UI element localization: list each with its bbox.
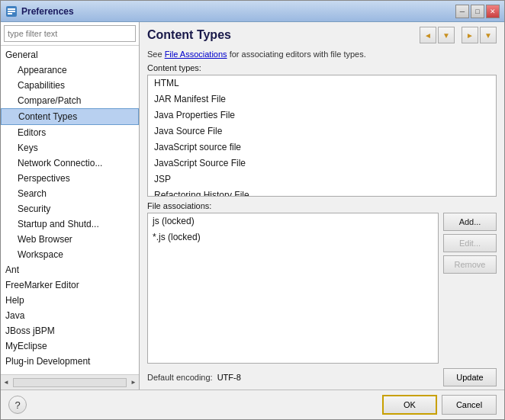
preferences-dialog: Preferences ─ □ ✕ GeneralAppearanceCapab…	[0, 0, 505, 420]
edit-button[interactable]: Edit...	[443, 234, 497, 252]
sidebar-tree-item[interactable]: Capabilities	[1, 78, 139, 93]
sidebar-tree-item[interactable]: Web Browser	[1, 232, 139, 247]
sidebar-tree-item[interactable]: Workspace	[1, 247, 139, 262]
description-before: See	[147, 50, 165, 59]
horizontal-scroll-track[interactable]	[13, 378, 127, 387]
content-type-item[interactable]: JSP	[148, 172, 496, 188]
nav-buttons: ◄ ▼ ► ▼	[420, 27, 497, 43]
window-title: Preferences	[21, 6, 74, 17]
file-assoc-label: File associations:	[147, 201, 497, 210]
tree-area: GeneralAppearanceCapabilitiesCompare/Pat…	[1, 46, 139, 374]
sidebar-scrollbar-bottom: ◄ ►	[1, 374, 139, 390]
description-line: See File Associations for associating ed…	[147, 50, 497, 59]
main-panel: Content Types ◄ ▼ ► ▼ See File Associati…	[140, 22, 504, 390]
content-types-label: Content types:	[147, 63, 497, 72]
description-after: for associating editors with file types.	[227, 50, 366, 59]
svg-rect-2	[8, 11, 15, 12]
main-content: See File Associations for associating ed…	[140, 46, 504, 390]
sidebar-tree-item[interactable]: Editors	[1, 125, 139, 140]
sidebar-tree-item[interactable]: Content Types	[1, 108, 139, 125]
window-icon	[5, 5, 18, 18]
nav-forward-button[interactable]: ►	[462, 27, 478, 43]
file-assoc-inner: js (locked)*.js (locked) Add... Edit... …	[147, 213, 497, 364]
sidebar-tree-item[interactable]: Security	[1, 201, 139, 216]
remove-button[interactable]: Remove	[443, 255, 497, 274]
encoding-label: Default encoding:	[147, 373, 213, 382]
svg-rect-3	[8, 13, 12, 14]
sidebar-tree-item[interactable]: Startup and Shutd...	[1, 216, 139, 232]
nav-back-dropdown[interactable]: ▼	[438, 27, 455, 43]
filter-wrap	[1, 22, 139, 46]
close-button[interactable]: ✕	[486, 5, 500, 18]
sidebar: GeneralAppearanceCapabilitiesCompare/Pat…	[1, 22, 140, 390]
filter-input[interactable]	[4, 25, 136, 42]
add-button[interactable]: Add...	[443, 213, 497, 231]
footer-right: OK Cancel	[382, 395, 497, 415]
sidebar-tree-item[interactable]: JBoss jBPM	[1, 323, 139, 338]
nav-back-button[interactable]: ◄	[420, 27, 436, 43]
sidebar-tree-item[interactable]: Java	[1, 308, 139, 323]
maximize-button[interactable]: □	[471, 5, 484, 18]
content-area: GeneralAppearanceCapabilitiesCompare/Pat…	[1, 22, 504, 390]
content-type-item[interactable]: JavaScript Source File	[148, 155, 496, 172]
sidebar-tree-item[interactable]: MyEclipse	[1, 338, 139, 354]
file-associations-link[interactable]: File Associations	[165, 50, 227, 59]
encoding-value: UTF-8	[217, 373, 439, 382]
title-bar-left: Preferences	[5, 5, 74, 18]
file-assoc-list[interactable]: js (locked)*.js (locked)	[147, 213, 439, 364]
sidebar-tree-item[interactable]: Appearance	[1, 63, 139, 78]
content-type-item[interactable]: JavaScript source file	[148, 139, 496, 155]
svg-rect-1	[8, 8, 15, 10]
file-assoc-section: File associations: js (locked)*.js (lock…	[147, 201, 497, 364]
sidebar-tree-item[interactable]: Ant	[1, 262, 139, 277]
title-bar: Preferences ─ □ ✕	[1, 1, 504, 22]
content-types-list[interactable]: HTMLJAR Manifest FileJava Properties Fil…	[148, 75, 496, 196]
scroll-right-arrow[interactable]: ►	[128, 377, 139, 388]
help-button[interactable]: ?	[8, 396, 27, 414]
minimize-button[interactable]: ─	[455, 5, 469, 18]
file-assoc-item[interactable]: *.js (locked)	[148, 229, 438, 245]
sidebar-tree-item[interactable]: Keys	[1, 140, 139, 155]
sidebar-tree-item[interactable]: Perspectives	[1, 171, 139, 186]
content-type-item[interactable]: Refactoring History File	[148, 188, 496, 196]
main-title: Content Types	[147, 28, 231, 42]
tree-scroll[interactable]: GeneralAppearanceCapabilitiesCompare/Pat…	[1, 46, 139, 374]
sidebar-tree-item[interactable]: Plug-in Development	[1, 354, 139, 369]
main-header: Content Types ◄ ▼ ► ▼	[140, 22, 504, 46]
sidebar-tree-item[interactable]: FreeMarker Editor	[1, 277, 139, 293]
sidebar-tree-item[interactable]: Search	[1, 186, 139, 201]
content-types-box: HTMLJAR Manifest FileJava Properties Fil…	[147, 75, 497, 197]
sidebar-tree-item[interactable]: Network Connectio...	[1, 155, 139, 171]
assoc-buttons: Add... Edit... Remove	[443, 213, 497, 364]
nav-forward-dropdown[interactable]: ▼	[480, 27, 497, 43]
content-type-item[interactable]: JAR Manifest File	[148, 91, 496, 107]
sidebar-tree-item[interactable]: General	[1, 47, 139, 63]
update-button[interactable]: Update	[443, 368, 497, 386]
window-controls: ─ □ ✕	[455, 5, 500, 18]
dialog-footer: ? OK Cancel	[1, 390, 504, 419]
content-type-item[interactable]: Java Source File	[148, 123, 496, 139]
cancel-button[interactable]: Cancel	[442, 395, 497, 415]
content-type-item[interactable]: Java Properties File	[148, 107, 496, 123]
sidebar-tree-item[interactable]: Compare/Patch	[1, 93, 139, 108]
file-assoc-item[interactable]: js (locked)	[148, 213, 438, 229]
content-type-item[interactable]: HTML	[148, 75, 496, 91]
sidebar-tree-item[interactable]: Help	[1, 293, 139, 308]
encoding-row: Default encoding: UTF-8 Update	[147, 368, 497, 386]
ok-button[interactable]: OK	[382, 395, 437, 415]
scroll-left-arrow[interactable]: ◄	[1, 377, 11, 388]
